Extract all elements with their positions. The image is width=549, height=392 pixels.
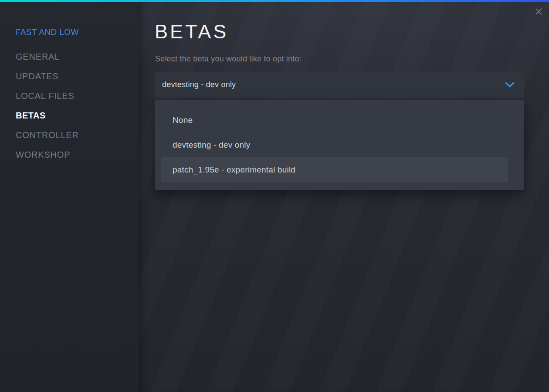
sidebar-item-workshop[interactable]: WORKSHOP (0, 145, 139, 165)
sidebar-item-general[interactable]: GENERAL (0, 47, 139, 67)
beta-select-label: Select the beta you would like to opt in… (155, 54, 549, 64)
sidebar-item-controller[interactable]: CONTROLLER (0, 125, 139, 145)
game-properties-dialog: FAST AND LOW GENERAL UPDATES LOCAL FILES… (0, 0, 549, 392)
dropdown-option-patch-1-95e[interactable]: patch_1.95e - experimental build (161, 157, 508, 182)
beta-select-value: devtesting - dev only (162, 80, 236, 89)
main-panel: BETAS Select the beta you would like to … (139, 2, 549, 392)
sidebar: FAST AND LOW GENERAL UPDATES LOCAL FILES… (0, 2, 139, 392)
close-icon (535, 8, 542, 15)
sidebar-item-updates[interactable]: UPDATES (0, 67, 139, 86)
sidebar-item-local-files[interactable]: LOCAL FILES (0, 86, 139, 106)
sidebar-nav: GENERAL UPDATES LOCAL FILES BETAS CONTRO… (0, 47, 139, 165)
dropdown-option-devtesting[interactable]: devtesting - dev only (161, 132, 508, 157)
beta-dropdown-list: None devtesting - dev only patch_1.95e -… (155, 100, 524, 190)
dropdown-option-none[interactable]: None (161, 108, 508, 132)
close-button[interactable] (533, 6, 544, 17)
sidebar-item-betas[interactable]: BETAS (0, 106, 139, 125)
chevron-down-icon (505, 82, 515, 88)
window-accent-bar (0, 0, 549, 2)
beta-select[interactable]: devtesting - dev only (155, 72, 524, 98)
sidebar-game-title[interactable]: FAST AND LOW (0, 27, 139, 37)
page-title: BETAS (155, 20, 549, 43)
